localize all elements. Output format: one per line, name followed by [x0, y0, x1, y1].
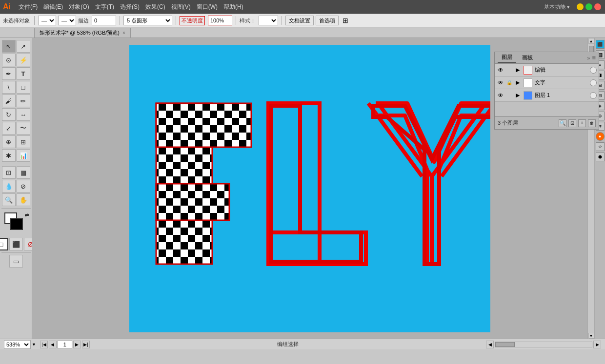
- workspace-label[interactable]: 基本功能 ▾: [544, 3, 570, 11]
- swap-colors-icon[interactable]: ⇄: [25, 212, 29, 218]
- layer-eye-1[interactable]: 👁: [497, 92, 504, 99]
- layer-circle-1[interactable]: [590, 92, 597, 99]
- pen-tool[interactable]: ✒: [2, 67, 16, 80]
- style-select[interactable]: [259, 16, 278, 25]
- stroke-width-input[interactable]: [92, 16, 116, 25]
- make-clip-mask-btn[interactable]: ⊡: [568, 119, 576, 127]
- menu-edit[interactable]: 编辑(E): [43, 3, 63, 11]
- layer-expand-edit[interactable]: ▶: [514, 67, 521, 73]
- doc-settings-button[interactable]: 文档设置: [285, 16, 314, 25]
- menu-text[interactable]: 文字(T): [95, 3, 114, 11]
- letter-l-path: [271, 106, 361, 262]
- tool-row-4: \ □: [2, 81, 30, 94]
- symbols-panel-icon[interactable]: ☆: [596, 142, 605, 151]
- rect-tool[interactable]: □: [17, 81, 30, 94]
- shape-select[interactable]: 5 点圆形: [123, 16, 172, 25]
- layer-eye-text[interactable]: 👁: [497, 79, 504, 86]
- menu-window[interactable]: 窗口(W): [197, 3, 218, 11]
- layer-circle-text[interactable]: [590, 79, 597, 86]
- document-tab[interactable]: 矩形艺术字* @ 538% (RGB/预览) ×: [34, 28, 131, 38]
- hand-tool[interactable]: ✋: [17, 193, 30, 206]
- search-layers-btn[interactable]: 🔍: [559, 119, 566, 127]
- symbol-tool[interactable]: ✱: [2, 149, 16, 162]
- reflect-tool[interactable]: ↔: [17, 108, 30, 121]
- screen-mode-row: ▭: [9, 255, 23, 268]
- blend-tool[interactable]: ⊘: [17, 180, 30, 192]
- layer-thumb-text: [524, 78, 532, 87]
- scroll-down-btn[interactable]: ▼: [588, 333, 594, 339]
- page-input[interactable]: [58, 340, 72, 349]
- swatches-panel-icon[interactable]: ●: [596, 132, 605, 141]
- maximize-button[interactable]: [585, 3, 592, 10]
- next-page-btn[interactable]: ▶: [73, 341, 81, 348]
- layers-panel: 图层 画板 » ≡ 👁 ▶ 编辑 👁 🔒 ▶ 文字 👁: [494, 52, 599, 130]
- lasso-tool[interactable]: ⊙: [2, 54, 16, 66]
- layer-expand-text[interactable]: ▶: [514, 79, 521, 86]
- layer-row-edit[interactable]: 👁 ▶ 编辑: [495, 64, 599, 77]
- last-page-btn[interactable]: ▶|: [82, 341, 90, 348]
- gradient-tool[interactable]: ▦: [17, 166, 30, 179]
- scroll-up-btn[interactable]: ▲: [588, 38, 594, 44]
- scroll-left-btn[interactable]: ◀: [486, 341, 494, 348]
- screen-mode-btn[interactable]: ▭: [9, 255, 23, 268]
- layer-expand-1[interactable]: ▶: [514, 92, 521, 98]
- minimize-button[interactable]: [577, 3, 584, 10]
- layer-eye-edit[interactable]: 👁: [497, 67, 504, 74]
- layer-name-edit: 编辑: [535, 66, 588, 74]
- free-transform-tool[interactable]: ⊞: [17, 135, 30, 148]
- rotate-tool[interactable]: ↻: [2, 108, 16, 121]
- menu-object[interactable]: 对象(O): [69, 3, 89, 11]
- menu-view[interactable]: 视图(V): [171, 3, 191, 11]
- menu-effect[interactable]: 效果(C): [145, 3, 165, 11]
- toolbar-extra-icon[interactable]: ⊞: [343, 17, 348, 24]
- pencil-tool[interactable]: ✏: [17, 95, 30, 107]
- menu-select[interactable]: 选择(S): [120, 3, 140, 11]
- layers-menu-icon[interactable]: ≡: [592, 54, 596, 61]
- width-tool[interactable]: ⊕: [2, 135, 16, 148]
- fill-square-icon[interactable]: □: [0, 238, 8, 250]
- warp-tool[interactable]: 〜: [17, 122, 30, 134]
- color-panel-icon[interactable]: ⬛: [596, 40, 605, 49]
- text-tool[interactable]: T: [17, 67, 30, 80]
- column-graph-tool[interactable]: 📊: [17, 149, 30, 162]
- eyedropper-tool[interactable]: 💧: [2, 180, 16, 192]
- first-page-btn[interactable]: |◀: [40, 341, 48, 348]
- menu-file[interactable]: 文件(F): [19, 3, 38, 11]
- zoom-select[interactable]: 538%: [4, 340, 31, 349]
- artboards-tab[interactable]: 画板: [518, 53, 537, 62]
- scroll-right-btn[interactable]: ▶: [593, 341, 601, 348]
- mesh-tool[interactable]: ⊡: [2, 166, 16, 179]
- close-button[interactable]: [594, 3, 601, 10]
- direct-select-tool[interactable]: ↗: [17, 40, 30, 53]
- zoom-dropdown-icon[interactable]: ▼: [32, 342, 36, 347]
- prev-page-btn[interactable]: ◀: [49, 341, 57, 348]
- zoom-tool[interactable]: 🔍: [2, 193, 16, 206]
- graphic-styles-icon[interactable]: ⬢: [596, 153, 605, 161]
- titlebar-left: Ai 文件(F) 编辑(E) 对象(O) 文字(T) 选择(S) 效果(C) 视…: [0, 2, 249, 11]
- layers-tab[interactable]: 图层: [498, 53, 516, 63]
- h-scroll-track[interactable]: [495, 342, 592, 347]
- toolbar-divider-5: [282, 16, 282, 25]
- line-tool[interactable]: \: [2, 81, 16, 94]
- stroke-square-icon[interactable]: ⬛: [9, 238, 23, 250]
- delete-layer-btn[interactable]: 🗑: [588, 119, 596, 127]
- select-tool[interactable]: ↖: [2, 40, 16, 53]
- layer-row-1[interactable]: 👁 ▶ 图层 1: [495, 89, 599, 102]
- h-scroll-thumb[interactable]: [495, 342, 515, 347]
- layer-lock-text[interactable]: 🔒: [506, 80, 513, 85]
- tab-close-icon[interactable]: ×: [122, 30, 125, 36]
- magic-wand-tool[interactable]: ⚡: [17, 54, 30, 66]
- scale-tool[interactable]: ⤢: [2, 122, 16, 134]
- layer-circle-edit[interactable]: [590, 67, 597, 74]
- layer-row-text[interactable]: 👁 🔒 ▶ 文字: [495, 77, 599, 89]
- paintbrush-tool[interactable]: 🖌: [2, 95, 16, 107]
- new-layer-btn[interactable]: +: [578, 119, 586, 127]
- opacity-input[interactable]: [208, 16, 232, 25]
- layers-expand-icon[interactable]: »: [587, 55, 590, 61]
- tool-row-11: 💧 ⊘: [2, 180, 30, 192]
- preferences-button[interactable]: 首选项: [316, 16, 339, 25]
- fill-color[interactable]: [10, 218, 23, 230]
- menu-help[interactable]: 帮助(H): [223, 3, 243, 11]
- stroke-style-select[interactable]: —: [38, 16, 56, 25]
- stroke-type-select[interactable]: —: [58, 16, 76, 25]
